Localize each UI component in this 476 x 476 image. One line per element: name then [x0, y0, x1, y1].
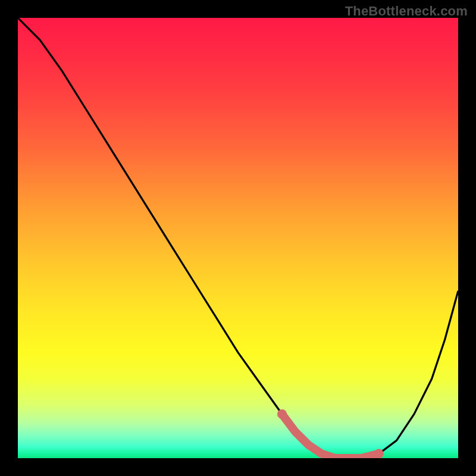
optimal-zone	[277, 409, 384, 458]
bottleneck-curve	[18, 18, 458, 458]
watermark-text: TheBottleneck.com	[345, 4, 468, 19]
optimal-zone-endpoint	[374, 449, 384, 458]
chart-overlay	[18, 18, 458, 458]
optimal-zone-endpoint	[277, 409, 287, 419]
plot-area	[18, 18, 458, 458]
optimal-zone-stroke	[282, 414, 379, 458]
chart-frame: TheBottleneck.com	[0, 0, 476, 476]
